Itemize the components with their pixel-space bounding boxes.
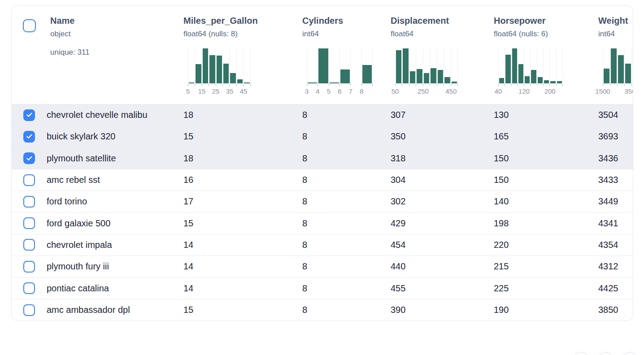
column-histogram[interactable]: 515253545 [188, 48, 251, 95]
histogram-bar [618, 55, 624, 83]
histogram-bars[interactable] [188, 48, 251, 83]
cell-horsepower: 150 [494, 175, 598, 185]
histogram-axis-ticks [188, 83, 251, 86]
histogram-bar [431, 68, 436, 83]
histogram-tick-label: 4 [316, 87, 319, 95]
column-header[interactable]: Miles_per_Gallon float64 (nulls: 8) 5152… [183, 6, 302, 104]
row-checkbox-cell[interactable] [12, 126, 47, 147]
cell-horsepower: 220 [494, 240, 598, 250]
column-title: Name [50, 15, 183, 26]
row-checkbox[interactable] [23, 152, 35, 164]
column-dtype: int64 [302, 29, 391, 39]
row-checkbox[interactable] [23, 239, 35, 251]
row-checkbox[interactable] [23, 109, 35, 121]
cell-cylinders: 8 [302, 218, 391, 229]
row-checkbox[interactable] [23, 131, 35, 143]
cell-displacement: 350 [391, 131, 494, 142]
row-checkbox-cell[interactable] [12, 299, 47, 321]
histogram-bar [499, 78, 504, 83]
checkmark-icon [26, 133, 33, 140]
cell-horsepower: 130 [494, 110, 598, 120]
column-histogram[interactable]: 15003500 [603, 48, 632, 95]
histogram-bars[interactable] [498, 48, 563, 83]
histogram-bar [444, 77, 450, 83]
row-checkbox-cell[interactable] [12, 256, 47, 277]
cell-weight: 3449 [598, 196, 633, 207]
row-checkbox[interactable] [23, 217, 35, 229]
column-header[interactable]: Name object unique: 311 [47, 6, 183, 104]
histogram-bar [604, 69, 609, 83]
column-title: Horsepower [494, 15, 598, 26]
select-all-checkbox[interactable] [23, 19, 36, 32]
histogram-axis-labels: 345678 [307, 87, 373, 95]
histogram-bar [544, 80, 549, 83]
table-row[interactable]: plymouth fury iii 14 8 440 215 4312 [12, 256, 633, 277]
table-row[interactable]: ford torino 17 8 302 140 3449 [12, 191, 633, 212]
table-row[interactable]: plymouth satellite 18 8 318 150 3436 [12, 148, 633, 169]
table-row[interactable]: chevrolet impala 14 8 454 220 4354 [12, 234, 633, 256]
cell-miles-per-gallon: 14 [183, 283, 302, 294]
cell-weight: 4425 [598, 283, 633, 294]
table-row[interactable]: amc ambassador dpl 15 8 390 190 3850 [12, 299, 633, 321]
histogram-bar [223, 64, 229, 83]
histogram-tick-label: 200 [544, 87, 556, 95]
histogram-tick-label: 45 [240, 87, 248, 95]
histogram-tick-label: 450 [445, 87, 457, 95]
column-stat: unique: 311 [50, 48, 183, 57]
data-table-card: Name object unique: 311 Miles_per_Gallon… [11, 5, 633, 321]
histogram-tick-label: 40 [495, 87, 502, 95]
row-checkbox-cell[interactable] [12, 104, 47, 126]
row-checkbox[interactable] [23, 261, 35, 273]
histogram-tick-label: 8 [360, 87, 363, 95]
row-checkbox-cell[interactable] [12, 148, 47, 169]
row-checkbox[interactable] [23, 196, 35, 208]
cell-displacement: 429 [391, 218, 494, 229]
column-header[interactable]: Horsepower float64 (nulls: 6) 40120200 [494, 6, 598, 104]
table-row[interactable]: ford galaxie 500 15 8 429 198 4341 [12, 212, 633, 234]
cell-miles-per-gallon: 14 [183, 261, 302, 272]
table-row[interactable]: amc rebel sst 16 8 304 150 3433 [12, 169, 633, 191]
histogram-bar [203, 48, 208, 83]
row-checkbox-cell[interactable] [12, 277, 47, 299]
row-checkbox-cell[interactable] [12, 169, 47, 190]
histogram-bar [505, 55, 510, 83]
column-histogram[interactable]: 50250450 [395, 48, 458, 95]
histogram-tick-label: 5 [327, 87, 331, 95]
histogram-tick-label: 5 [186, 87, 190, 95]
column-histogram[interactable]: 345678 [307, 48, 373, 95]
histogram-bar [396, 50, 401, 83]
row-checkbox[interactable] [23, 304, 35, 316]
row-checkbox-cell[interactable] [12, 191, 47, 212]
histogram-bars[interactable] [395, 48, 458, 83]
histogram-axis-labels: 15003500 [603, 87, 632, 95]
cell-weight: 4312 [598, 261, 633, 272]
cell-displacement: 318 [391, 153, 494, 164]
table-row[interactable]: pontiac catalina 14 8 455 225 4425 [12, 277, 633, 299]
column-histogram[interactable]: 40120200 [498, 48, 563, 95]
histogram-bar [318, 48, 328, 83]
row-checkbox-cell[interactable] [12, 212, 47, 234]
cell-cylinders: 8 [302, 305, 391, 315]
column-header[interactable]: Weight int64 15003500 [598, 6, 633, 104]
column-header[interactable]: Displacement float64 50250450 [391, 6, 494, 104]
cell-horsepower: 215 [494, 261, 598, 272]
row-checkbox[interactable] [23, 174, 35, 186]
cell-cylinders: 8 [302, 110, 391, 120]
row-checkbox[interactable] [23, 282, 35, 294]
table-body: chevrolet chevelle malibu 18 8 307 130 3… [12, 104, 633, 321]
cell-name: chevrolet impala [47, 240, 183, 250]
histogram-bars[interactable] [603, 48, 632, 83]
column-dtype: float64 (nulls: 6) [494, 29, 598, 39]
cell-miles-per-gallon: 16 [183, 175, 302, 185]
column-dtype: int64 [598, 29, 633, 39]
cell-name: buick skylark 320 [47, 131, 183, 142]
table-row[interactable]: buick skylark 320 15 8 350 165 3693 [12, 126, 633, 147]
cell-miles-per-gallon: 18 [183, 153, 302, 164]
histogram-bars[interactable] [307, 48, 373, 83]
histogram-axis-ticks [395, 83, 458, 86]
column-header[interactable]: Cylinders int64 345678 [302, 6, 391, 104]
histogram-tick-label: 1500 [595, 87, 610, 95]
table-row[interactable]: chevrolet chevelle malibu 18 8 307 130 3… [12, 104, 633, 126]
row-checkbox-cell[interactable] [12, 234, 47, 255]
histogram-bar [625, 64, 631, 83]
